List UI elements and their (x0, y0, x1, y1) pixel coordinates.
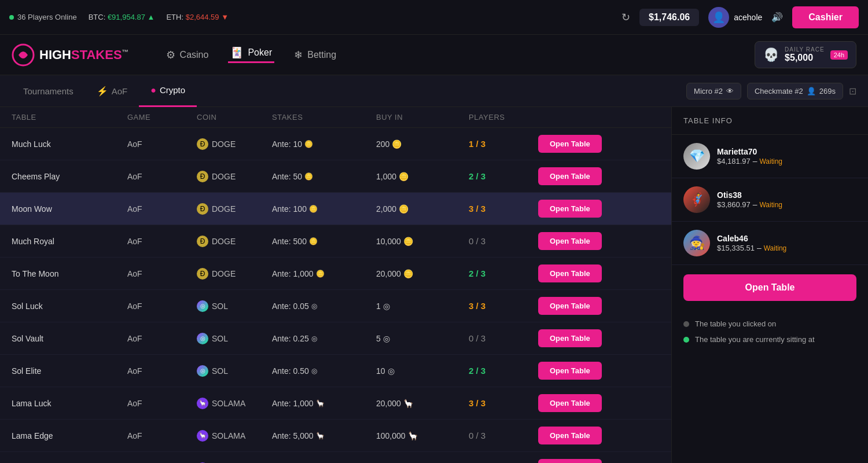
doge-coin-icon: Ð (197, 203, 208, 215)
nav-casino[interactable]: ⚙ Casino (164, 49, 211, 61)
stake-coin-icon: 🪙 (309, 205, 318, 213)
casino-icon: ⚙ (166, 49, 175, 61)
coin-cell: Ð DOGE (197, 268, 272, 280)
sub-nav-links: Tournaments ⚡ AoF ● Crypto (12, 75, 686, 107)
players-count: 0 / 3 (469, 431, 538, 440)
legend-item-clicked: The table you clicked on (683, 319, 856, 328)
sound-icon[interactable]: 🔊 (771, 12, 783, 23)
table-row[interactable]: Lama Luck AoF 🦙 SOLAMA Ante: 1,000 🦙 20,… (0, 387, 671, 420)
buyin-cell: 5 ◎ (376, 334, 469, 343)
buyin-coin-icon: 🪙 (403, 269, 413, 278)
col-players: Players (469, 113, 538, 122)
refresh-button[interactable]: ↻ (621, 11, 630, 24)
buyin-coin-icon: ◎ (383, 302, 390, 311)
nav-poker[interactable]: 🃏 Poker (228, 46, 274, 63)
player-entry: 💎 Marietta70 $4,181.97 – Waiting (672, 135, 868, 178)
table-row[interactable]: Lama Edge AoF 🦙 SOLAMA Ante: 5,000 🦙 100… (0, 420, 671, 452)
sub-nav-crypto[interactable]: ● Crypto (139, 75, 197, 107)
nav-betting[interactable]: ❄ Betting (292, 49, 339, 61)
online-dot (9, 15, 14, 20)
player-status: Waiting (764, 244, 787, 252)
players-count: 2 / 3 (469, 171, 538, 181)
open-table-button[interactable]: Open Table (538, 297, 602, 315)
buyin-cell: 2,000 🪙 (376, 204, 469, 214)
sub-nav-aof[interactable]: ⚡ AoF (85, 75, 139, 107)
stakes-cell: Ante: 0.05 ◎ (272, 302, 376, 311)
coin-cell: ◎ SOL (197, 333, 272, 344)
solama-coin-icon: 🦙 (197, 430, 208, 442)
betting-icon: ❄ (294, 49, 303, 61)
player-status: Waiting (759, 157, 782, 166)
logo-text: HIGHSTAKES™ (39, 47, 129, 63)
table-game: AoF (127, 139, 197, 149)
col-buyin: Buy In (376, 113, 469, 122)
open-table-button[interactable]: Open Table (538, 459, 602, 463)
table-row[interactable]: Lama Royale AoF 🦙 SOLAMA Ante: 10,000 🦙 … (0, 452, 671, 463)
top-bar-left: 36 Players Online BTC: €91,954.87 ▲ ETH:… (9, 13, 621, 21)
players-count: 1 / 3 (469, 139, 538, 149)
sol-coin-icon: ◎ (197, 365, 208, 377)
table-row[interactable]: Moon Wow AoF Ð DOGE Ante: 100 🪙 2,000 🪙 … (0, 193, 671, 225)
table-game: AoF (127, 172, 197, 181)
open-table-button[interactable]: Open Table (538, 427, 602, 444)
player-avatar: 💎 (683, 143, 710, 170)
buyin-coin-icon: 🪙 (399, 172, 409, 181)
sub-nav-tournaments[interactable]: Tournaments (12, 75, 85, 107)
nav-bar: HIGHSTAKES™ ⚙ Casino 🃏 Poker ❄ Betting 💀… (0, 35, 868, 75)
stakes-cell: Ante: 1,000 🪙 (272, 269, 376, 278)
table-row[interactable]: Cheems Play AoF Ð DOGE Ante: 50 🪙 1,000 … (0, 160, 671, 193)
open-table-button[interactable]: Open Table (538, 200, 602, 218)
cashier-button[interactable]: Cashier (792, 6, 859, 28)
player-info: Marietta70 $4,181.97 – Waiting (717, 147, 856, 166)
coin-cell: Ð DOGE (197, 138, 272, 150)
table-row[interactable]: Much Royal AoF Ð DOGE Ante: 500 🪙 10,000… (0, 225, 671, 258)
logo-icon (12, 43, 35, 67)
player-name: Caleb46 (717, 234, 856, 243)
table-game: AoF (127, 334, 197, 343)
table-name: Moon Wow (12, 204, 127, 214)
open-table-button[interactable]: Open Table (538, 264, 602, 282)
table-info-panel: Table Info 💎 Marietta70 $4,181.97 – Wait… (671, 107, 868, 463)
table-row[interactable]: To The Moon AoF Ð DOGE Ante: 1,000 🪙 20,… (0, 258, 671, 290)
table-row[interactable]: Sol Luck AoF ◎ SOL Ante: 0.05 ◎ 1 ◎ 3 / … (0, 290, 671, 322)
table-name: Sol Luck (12, 302, 127, 311)
open-table-button[interactable]: Open Table (538, 232, 602, 250)
sub-nav-right: Micro #2 👁 Checkmate #2 👤 269s ⊡ (686, 83, 856, 100)
open-table-button[interactable]: Open Table (538, 135, 602, 153)
col-coin: Coin (197, 113, 272, 122)
solama-coin-icon: 🦙 (197, 398, 208, 409)
open-table-big-button[interactable]: Open Table (683, 274, 856, 301)
table-name: Much Luck (12, 139, 127, 149)
player-balance: $15,335.51 (717, 244, 755, 252)
table-name: Lama Luck (12, 399, 127, 408)
stakes-cell: Ante: 50 🪙 (272, 172, 376, 181)
player-avatar: 🦸 (683, 186, 710, 213)
nav-links: ⚙ Casino 🃏 Poker ❄ Betting (164, 46, 755, 63)
stake-coin-icon: 🪙 (304, 172, 313, 181)
table-name: Lama Edge (12, 431, 127, 440)
col-stakes: Stakes (272, 113, 376, 122)
daily-race-widget[interactable]: 💀 DAILY RACE $5,000 24h (755, 41, 856, 68)
table-row[interactable]: Sol Elite AoF ◎ SOL Ante: 0.50 ◎ 10 ◎ 2 … (0, 355, 671, 387)
players-count: 2 / 3 (469, 269, 538, 278)
btc-value: €91,954.87 (108, 13, 145, 21)
stakes-cell: Ante: 10 🪙 (272, 139, 376, 149)
legend-item-sitting: The table you are currently sitting at (683, 335, 856, 344)
user-info: 👤 acehole (708, 7, 762, 28)
table-game: AoF (127, 204, 197, 214)
player-status: Waiting (759, 201, 782, 209)
player-name: Otis38 (717, 190, 856, 200)
race-skull-icon: 💀 (763, 47, 779, 63)
player-entry: 🧙 Caleb46 $15,335.51 – Waiting (672, 222, 868, 265)
open-table-button[interactable]: Open Table (538, 167, 602, 185)
table-row[interactable]: Sol Vault AoF ◎ SOL Ante: 0.25 ◎ 5 ◎ 0 /… (0, 322, 671, 355)
open-table-button[interactable]: Open Table (538, 329, 602, 347)
open-table-button[interactable]: Open Table (538, 394, 602, 412)
expand-icon[interactable]: ⊡ (849, 86, 856, 97)
aof-icon: ⚡ (97, 86, 108, 97)
panel-header: Table Info (672, 107, 868, 135)
open-table-button[interactable]: Open Table (538, 362, 602, 380)
stake-coin-icon: 🪙 (309, 237, 318, 245)
table-row[interactable]: Much Luck AoF Ð DOGE Ante: 10 🪙 200 🪙 1 … (0, 128, 671, 160)
race-timer: 24h (830, 50, 848, 60)
